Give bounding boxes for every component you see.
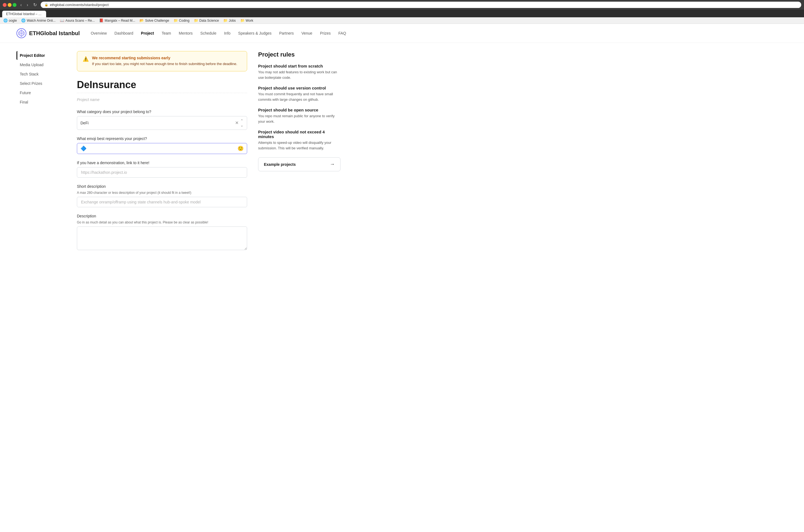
maximize-window-button[interactable] [13, 3, 17, 7]
example-btn-label: Example projects [264, 162, 296, 167]
right-panel: Project rules Project should start from … [258, 51, 340, 258]
forward-button[interactable]: › [25, 2, 30, 8]
ethglobal-logo-icon [17, 28, 26, 38]
short-desc-group: Short description A max 280-character or… [77, 184, 247, 207]
demo-group: If you have a demonstration, link to it … [77, 160, 247, 177]
browser-chrome: ‹ › ↻ 🔒 ethglobal.com/events/istanbul/pr… [0, 0, 804, 10]
rule-video: Project video should not exceed 4 minute… [258, 130, 340, 151]
warning-strong: We recommend starting submissions early [92, 56, 170, 60]
browser-nav-buttons: ‹ › ↻ [19, 2, 38, 8]
example-projects-button[interactable]: Example projects → [258, 157, 340, 171]
rule-version-control: Project should use version control You m… [258, 86, 340, 102]
nav-partners[interactable]: Partners [279, 31, 294, 35]
category-label: What category does your project belong t… [77, 110, 247, 114]
category-value: DeFi [80, 121, 235, 125]
site-nav: Overview Dashboard Project Team Mentors … [91, 31, 346, 35]
minimize-window-button[interactable] [8, 3, 12, 7]
rule-vc-desc: You must commit frequently and not have … [258, 91, 340, 102]
select-chevron-icon: ⌃⌄ [240, 119, 244, 127]
category-group: What category does your project belong t… [77, 110, 247, 130]
demo-input[interactable] [77, 167, 247, 177]
bookmark-data-science[interactable]: 📁 Data Science [194, 18, 219, 22]
warning-body: If you start too late, you might not hav… [92, 61, 237, 67]
rule-vc-title: Project should use version control [258, 86, 340, 90]
url-text: ethglobal.com/events/istanbul/project [50, 3, 109, 7]
bookmark-solve-challenge[interactable]: 📂 Solve Challenge [139, 18, 169, 22]
rules-title: Project rules [258, 51, 340, 58]
emoji-group: What emoji best represents your project?… [77, 136, 247, 154]
work-icon: 📁 [240, 18, 245, 22]
rule-scratch-title: Project should start from scratch [258, 64, 340, 68]
nav-venue[interactable]: Venue [301, 31, 313, 35]
rule-os-title: Project should be open source [258, 108, 340, 112]
bookmark-coding[interactable]: 📁 Coding [173, 18, 189, 22]
short-desc-sublabel: A max 280-character or less description … [77, 191, 247, 195]
rule-video-desc: Attempts to speed-up video will disquali… [258, 140, 340, 151]
rule-scratch-desc: You may not add features to existing wor… [258, 70, 340, 80]
nav-project[interactable]: Project [141, 31, 154, 35]
nav-team[interactable]: Team [162, 31, 171, 35]
site-title: ETHGlobal Istanbul [29, 30, 80, 37]
nav-info[interactable]: Info [224, 31, 230, 35]
demo-label: If you have a demonstration, link to it … [77, 160, 247, 165]
select-actions: ✕ ⌃⌄ [235, 119, 244, 127]
page: ETHGlobal Istanbul Overview Dashboard Pr… [0, 24, 804, 532]
bookmark-jobs[interactable]: 📁 Jobs [223, 18, 236, 22]
emoji-label: What emoji best represents your project? [77, 136, 247, 141]
active-browser-tab[interactable]: ETHGlobal Istanbul – Project Editor [2, 11, 46, 17]
sidebar: Project Editor Media Upload Tech Stack S… [17, 51, 66, 258]
bookmark-google[interactable]: 🌐 oogle [3, 18, 17, 22]
sidebar-item-tech-stack[interactable]: Tech Stack [17, 70, 66, 78]
coding-icon: 📁 [173, 18, 178, 22]
rule-open-source: Project should be open source You repo m… [258, 108, 340, 124]
short-desc-input[interactable] [77, 197, 247, 207]
solve-icon: 📂 [139, 18, 144, 22]
bookmarks-bar: 🌐 oogle 🌐 Watch Anime Onli... 📖 Asura Sc… [0, 17, 804, 24]
data-science-icon: 📁 [194, 18, 198, 22]
sidebar-item-media-upload[interactable]: Media Upload [17, 60, 66, 69]
nav-prizes[interactable]: Prizes [320, 31, 331, 35]
warning-icon: ⚠️ [83, 56, 89, 67]
rule-os-desc: You repo must remain public for anyone t… [258, 113, 340, 124]
bookmark-watch-anime[interactable]: 🌐 Watch Anime Onli... [21, 18, 55, 22]
jobs-icon: 📁 [223, 18, 228, 22]
browser-window-controls [3, 3, 17, 7]
sidebar-item-select-prizes[interactable]: Select Prizes [17, 79, 66, 88]
short-desc-label: Short description [77, 184, 247, 189]
close-window-button[interactable] [3, 3, 6, 7]
nav-schedule[interactable]: Schedule [201, 31, 217, 35]
nav-mentors[interactable]: Mentors [179, 31, 193, 35]
rule-video-title: Project video should not exceed 4 minute… [258, 130, 340, 139]
logo-area: ETHGlobal Istanbul [17, 28, 80, 38]
project-name-divider [77, 93, 247, 93]
google-icon: 🌐 [3, 18, 8, 22]
emoji-value: 🔷 [80, 146, 87, 152]
nav-overview[interactable]: Overview [91, 31, 107, 35]
select-clear-button[interactable]: ✕ [235, 120, 239, 126]
nav-speakers-judges[interactable]: Speakers & Judges [238, 31, 271, 35]
watch-anime-icon: 🌐 [21, 18, 25, 22]
reload-button[interactable]: ↻ [32, 2, 38, 8]
category-select[interactable]: DeFi ✕ ⌃⌄ [77, 116, 247, 130]
address-bar[interactable]: 🔒 ethglobal.com/events/istanbul/project [41, 2, 801, 8]
bookmark-work[interactable]: 📁 Work [240, 18, 254, 22]
emoji-picker-button[interactable]: 🙂 [238, 146, 244, 152]
main-form: ⚠️ We recommend starting submissions ear… [77, 51, 247, 258]
nav-faq[interactable]: FAQ [338, 31, 346, 35]
nav-dashboard[interactable]: Dashboard [114, 31, 133, 35]
sidebar-item-project-editor[interactable]: Project Editor [17, 51, 66, 60]
asura-icon: 📖 [60, 18, 64, 22]
sidebar-item-future[interactable]: Future [17, 89, 66, 97]
description-sublabel: Go in as much detail as you can about wh… [77, 221, 247, 224]
back-button[interactable]: ‹ [19, 2, 23, 8]
project-name-placeholder: Project name [77, 97, 247, 102]
warning-banner: ⚠️ We recommend starting submissions ear… [77, 51, 247, 71]
lock-icon: 🔒 [44, 3, 48, 6]
bookmark-mangatx[interactable]: 📕 Mangatx – Read M... [99, 18, 135, 22]
description-textarea[interactable] [77, 226, 247, 250]
warning-text: We recommend starting submissions early … [92, 56, 237, 67]
content-wrapper: Project Editor Media Upload Tech Stack S… [0, 43, 385, 266]
bookmark-asura-scans[interactable]: 📖 Asura Scans – Re... [60, 18, 95, 22]
sidebar-item-final[interactable]: Final [17, 98, 66, 107]
emoji-input[interactable]: 🔷 🙂 [77, 143, 247, 154]
